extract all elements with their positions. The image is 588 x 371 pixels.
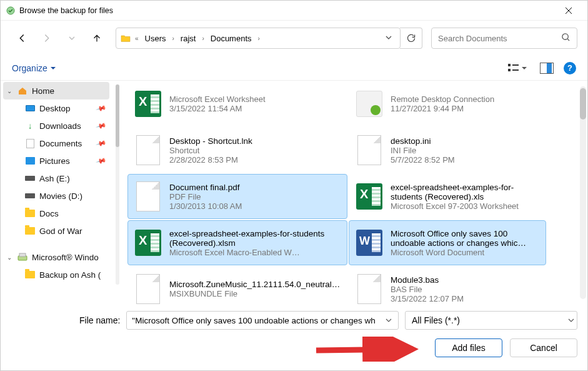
- address-bar[interactable]: « Users › rajst › Documents ›: [116, 28, 401, 49]
- file-type-icon: [354, 228, 384, 258]
- search-box[interactable]: [431, 28, 577, 49]
- file-item[interactable]: Microsoft.ZuneMusic_11.2111.54.0_neutral…: [127, 267, 347, 305]
- up-button[interactable]: [86, 27, 108, 49]
- sidebar-label: Docs: [39, 209, 59, 218]
- nav-row: « Users › rajst › Documents ›: [1, 21, 587, 56]
- file-type-filter[interactable]: All Files (*.*): [405, 311, 577, 330]
- chevron-down-icon: [568, 315, 574, 325]
- address-history-button[interactable]: [381, 30, 396, 46]
- folder-icon: [24, 225, 36, 236]
- add-files-button[interactable]: Add files: [435, 338, 502, 357]
- preview-pane-icon: [540, 63, 554, 74]
- search-input[interactable]: [438, 34, 561, 43]
- file-item[interactable]: excel-spreadsheet-examples-for-students …: [127, 220, 347, 265]
- sidebar-scrollbar[interactable]: [116, 84, 119, 285]
- sidebar-label: Pictures: [39, 156, 70, 166]
- pin-icon: 📌: [96, 120, 107, 131]
- file-type: Shortcut: [169, 146, 252, 155]
- sidebar-item-desktop[interactable]: Desktop📌: [3, 99, 109, 117]
- folder-icon: [120, 33, 131, 44]
- sidebar-label: Home: [32, 86, 54, 96]
- window-title: Browse the backup for files: [19, 6, 555, 15]
- filename-history-button[interactable]: [382, 315, 396, 326]
- close-button[interactable]: [555, 1, 582, 21]
- file-type: MSIXBUNDLE File: [169, 289, 342, 298]
- sidebar-item-downloads[interactable]: ↓Downloads📌: [3, 117, 109, 135]
- file-list: Microsoft Excel Worksheet3/15/2022 11:54…: [123, 81, 587, 305]
- sidebar-item-docs[interactable]: Docs: [3, 205, 109, 222]
- file-type-icon: [354, 135, 384, 165]
- svg-rect-7: [19, 253, 26, 257]
- file-item[interactable]: excel-spreadsheet-examples-for-students …: [349, 174, 546, 219]
- file-date: 1/30/2013 10:08 AM: [169, 201, 242, 211]
- svg-rect-5: [512, 69, 519, 71]
- title-bar: Browse the backup for files: [1, 1, 587, 21]
- sidebar-item-mswindows[interactable]: ⌄Microsoft® Windo: [3, 248, 109, 266]
- chevron-right-icon: ›: [171, 35, 176, 42]
- file-date: 11/27/2021 9:44 PM: [391, 104, 494, 113]
- preview-pane-button[interactable]: [537, 60, 556, 76]
- chevron-down-icon: [521, 65, 527, 71]
- search-icon: [561, 33, 571, 44]
- breadcrumb-rajst[interactable]: rajst: [178, 33, 199, 44]
- recent-button[interactable]: [61, 27, 83, 49]
- sidebar-item-documents[interactable]: Documents📌: [3, 135, 109, 152]
- file-date: 3/15/2022 12:07 PM: [391, 294, 464, 303]
- view-options-button[interactable]: [505, 60, 530, 76]
- download-icon: ↓: [24, 120, 36, 131]
- sidebar-item-backup[interactable]: Backup on Ash (: [3, 266, 109, 283]
- sidebar-splitter[interactable]: [112, 81, 123, 305]
- organize-button[interactable]: Organize: [12, 63, 56, 73]
- back-button[interactable]: [11, 27, 33, 49]
- sidebar-item-gow[interactable]: God of War: [3, 222, 109, 240]
- sidebar-item-pictures[interactable]: Pictures📌: [3, 152, 109, 170]
- filter-value: All Files (*.*): [412, 315, 460, 325]
- chevron-right-icon: ›: [257, 35, 261, 42]
- sidebar-label: God of War: [39, 226, 82, 236]
- file-type: Microsoft Excel Worksheet: [169, 94, 266, 104]
- filename-input[interactable]: "Microsoft Office only saves 100 undoabl…: [126, 311, 399, 330]
- sidebar-item-movies[interactable]: Movies (D:): [3, 187, 109, 205]
- file-type-icon: [354, 181, 384, 211]
- file-type: BAS File: [391, 285, 464, 294]
- file-name: Desktop - Shortcut.lnk: [169, 136, 252, 146]
- sidebar-label: Desktop: [39, 104, 71, 113]
- file-item[interactable]: Remote Desktop Connection11/27/2021 9:44…: [349, 81, 546, 126]
- sidebar-item-ash[interactable]: Ash (E:): [3, 170, 109, 187]
- app-icon: [6, 6, 16, 16]
- breadcrumb-users[interactable]: Users: [142, 33, 169, 44]
- sidebar-label: Documents: [39, 139, 82, 148]
- cancel-button[interactable]: Cancel: [510, 338, 577, 357]
- sidebar-label: Movies (D:): [39, 191, 82, 201]
- file-name: Document final.pdf: [169, 183, 242, 192]
- file-name: desktop.ini: [391, 136, 455, 146]
- toolbar: Organize ?: [1, 56, 587, 81]
- help-button[interactable]: ?: [564, 62, 576, 74]
- file-item[interactable]: Microsoft Office only saves 100 undoable…: [349, 220, 546, 265]
- drive-icon: [24, 173, 36, 184]
- refresh-button[interactable]: [400, 28, 422, 49]
- sidebar-item-home[interactable]: ⌄ Home: [3, 82, 109, 99]
- file-type-icon: [133, 135, 163, 165]
- collapse-icon[interactable]: ⌄: [6, 254, 13, 261]
- svg-rect-2: [508, 64, 511, 66]
- file-date: 2/28/2022 8:53 PM: [169, 155, 252, 165]
- breadcrumb-documents[interactable]: Documents: [208, 33, 254, 44]
- svg-rect-3: [508, 69, 511, 71]
- file-list-scrollbar[interactable]: [580, 82, 586, 303]
- collapse-icon[interactable]: ⌄: [6, 88, 13, 94]
- sidebar-label: Ash (E:): [39, 174, 70, 183]
- file-item[interactable]: Desktop - Shortcut.lnkShortcut2/28/2022 …: [127, 128, 347, 173]
- forward-button[interactable]: [36, 27, 58, 49]
- file-name: excel-spreadsheet-examples-for-students …: [169, 229, 342, 248]
- file-type-icon: [133, 228, 163, 258]
- footer: File name: "Microsoft Office only saves …: [1, 305, 587, 366]
- file-type-icon: [133, 89, 163, 119]
- file-item[interactable]: desktop.iniINI File5/7/2022 8:52 PM: [349, 128, 546, 173]
- file-item[interactable]: Microsoft Excel Worksheet3/15/2022 11:54…: [127, 81, 347, 126]
- chevron-left-icon: «: [134, 35, 140, 42]
- file-type: Microsoft Excel Macro-Enabled W…: [169, 248, 342, 257]
- home-icon: [17, 85, 28, 96]
- file-item[interactable]: Module3.basBAS File3/15/2022 12:07 PM: [349, 267, 546, 305]
- file-item[interactable]: Document final.pdfPDF File1/30/2013 10:0…: [127, 174, 347, 219]
